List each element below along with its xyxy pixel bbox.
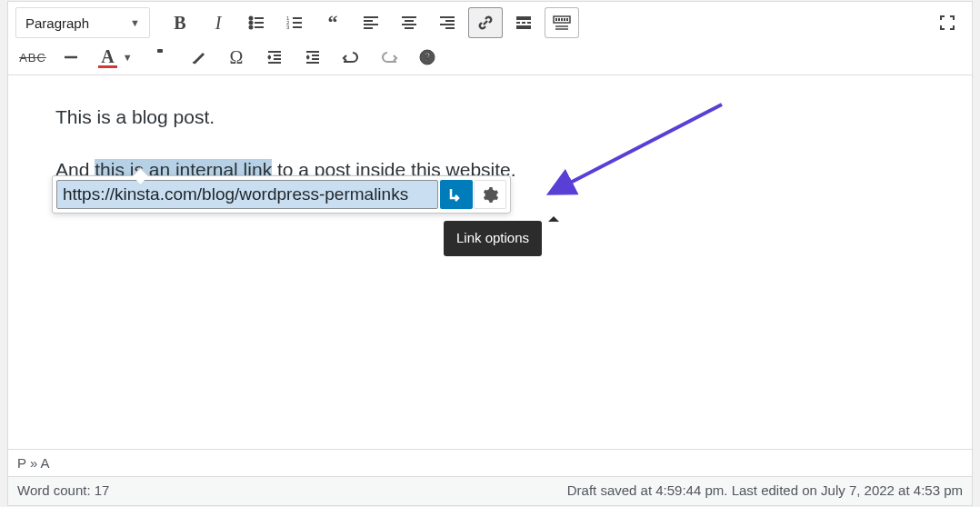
strikethrough-button[interactable]: ABC <box>15 42 50 73</box>
text-color-button[interactable]: A ▼ <box>92 42 139 73</box>
link-button[interactable] <box>468 7 503 38</box>
apply-link-button[interactable] <box>440 180 473 209</box>
numbered-list-button[interactable]: 123 <box>277 7 312 38</box>
link-url-input[interactable] <box>56 180 438 209</box>
editor-wrapper: Paragraph ▼ B I 123 “ <box>7 1 973 506</box>
text-color-icon: A <box>98 47 116 68</box>
svg-text:3: 3 <box>286 25 290 30</box>
paste-as-text-button[interactable]: T <box>143 42 177 73</box>
svg-rect-33 <box>564 18 565 21</box>
svg-text:?: ? <box>424 51 430 64</box>
italic-button[interactable]: I <box>201 7 235 38</box>
element-path[interactable]: P » A <box>8 450 972 477</box>
svg-point-0 <box>250 17 253 20</box>
indent-button[interactable] <box>295 42 330 73</box>
editor-footer: P » A Word count: 17 Draft saved at 4:59… <box>8 449 972 505</box>
outdent-button[interactable] <box>257 42 292 73</box>
svg-point-2 <box>250 22 253 25</box>
fullscreen-button[interactable] <box>930 7 965 38</box>
align-left-button[interactable] <box>354 7 388 38</box>
svg-rect-32 <box>561 18 563 21</box>
svg-text:T: T <box>157 54 163 63</box>
svg-rect-28 <box>516 25 531 29</box>
align-center-button[interactable] <box>392 7 426 38</box>
bullet-list-button[interactable] <box>239 7 274 38</box>
svg-rect-39 <box>157 49 163 53</box>
undo-button[interactable] <box>334 42 368 73</box>
svg-rect-31 <box>558 18 560 21</box>
help-button[interactable]: ? <box>410 42 445 73</box>
align-right-button[interactable] <box>430 7 465 38</box>
blockquote-button[interactable]: “ <box>315 7 350 38</box>
toolbar-toggle-button[interactable] <box>545 7 579 38</box>
chevron-down-icon: ▼ <box>130 17 140 28</box>
chevron-down-icon: ▼ <box>123 52 133 63</box>
read-more-button[interactable] <box>506 7 541 38</box>
special-character-button[interactable]: Ω <box>219 42 254 73</box>
horizontal-rule-button[interactable] <box>54 42 88 73</box>
link-settings-button[interactable] <box>474 180 506 209</box>
svg-point-4 <box>250 26 253 29</box>
toolbar: Paragraph ▼ B I 123 “ <box>8 2 972 75</box>
format-dropdown[interactable]: Paragraph ▼ <box>15 7 150 38</box>
svg-rect-34 <box>566 18 568 21</box>
save-status: Draft saved at 4:59:44 pm. Last edited o… <box>567 482 963 498</box>
bold-button[interactable]: B <box>163 7 197 38</box>
svg-rect-30 <box>555 18 557 21</box>
clear-formatting-button[interactable] <box>181 42 215 73</box>
svg-rect-24 <box>516 16 531 20</box>
redo-button[interactable] <box>372 42 406 73</box>
editor-content[interactable]: This is a blog post. And this is an inte… <box>8 75 972 449</box>
tooltip: Link options <box>444 221 542 256</box>
word-count: Word count: 17 <box>17 482 109 498</box>
format-label: Paragraph <box>25 15 89 31</box>
link-popup <box>52 175 511 214</box>
paragraph: This is a blog post. <box>55 103 925 132</box>
